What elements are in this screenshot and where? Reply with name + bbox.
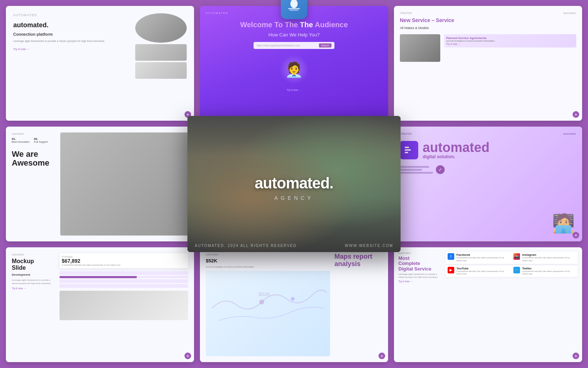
slide-7-left: automated. MockupSlide Development Lever…	[12, 253, 56, 356]
slide-6-person-icon: 🧑‍💻	[552, 213, 575, 234]
slide-7-subtitle: Development	[12, 273, 56, 276]
form-row-3	[60, 284, 188, 288]
slide-1-label: AUTOMATED	[13, 13, 131, 17]
slide-3-content: Planned Service Agreements survival stra…	[400, 34, 576, 62]
social-card-facebook: f Facebook A wonderful serenity has take…	[445, 252, 578, 264]
slide-2-person-icon: 🧑‍💼	[285, 61, 303, 78]
slide-9-left: automated. $52K survival strategies to e…	[206, 253, 330, 356]
slide-2[interactable]: AUTOMATED Welcome To The The Audience Ho…	[200, 6, 388, 121]
slide-7[interactable]: automated. MockupSlide Development Lever…	[6, 247, 194, 362]
map-svg: $52K	[206, 271, 330, 346]
svg-rect-9	[293, 1, 295, 8]
slide-2-search-button[interactable]: Search	[319, 43, 331, 47]
slide-4-num2: 02. Full Support	[34, 137, 48, 143]
form-rows	[60, 271, 188, 288]
facebook-icon: f	[448, 253, 454, 260]
instagram-icon: 📷	[513, 253, 520, 260]
slide-7-plus-button[interactable]: +	[184, 353, 191, 359]
slide-4[interactable]: automated. 01. Best Innovation 02. Full …	[6, 127, 194, 241]
slide-3[interactable]: CREATED automated. New Service – Service…	[394, 6, 582, 121]
prototype-card: Prototype $67,892 A wonderful serenity h…	[60, 253, 188, 268]
slide-9-right: Maps report analysis	[334, 253, 382, 356]
slide-6-plus-button[interactable]: +	[573, 232, 579, 238]
form-row-2	[60, 279, 188, 283]
slide-9-desc: survival strategies to ensure proactive …	[206, 266, 330, 269]
slide-7-right: Prototype $67,892 A wonderful serenity h…	[60, 253, 188, 356]
overlay-footer-left: AUTOMATED. 2024 ALL RIGHTS RESERVED	[195, 244, 297, 248]
youtube-name: YouTube	[456, 267, 510, 270]
slide-9-stat: $52K	[206, 258, 330, 263]
progress-row	[60, 276, 188, 278]
svg-point-4	[291, 297, 295, 301]
slide-7-title: MockupSlide	[12, 258, 56, 271]
slide-1-brand: automated.	[13, 21, 131, 29]
slide-10-right: f Facebook A wonderful serenity has take…	[445, 252, 578, 358]
slide-1-desc: Leverage agile frameworks to provide a r…	[13, 39, 131, 43]
prototype-title: Prototype	[62, 255, 186, 258]
slide-2-figure: 🧑‍💼	[279, 55, 309, 84]
social-card-youtube: ▶ YouTube A wonderful serenity has taken…	[445, 265, 578, 277]
bar-2	[400, 169, 422, 171]
slide-1-subtitle: Connection platform	[13, 32, 131, 36]
slide-3-subtitle: All Makes & Models	[400, 26, 576, 30]
slide-1-img-2	[135, 44, 187, 61]
bar-1	[400, 166, 429, 168]
slide-10-plus-button[interactable]: +	[573, 353, 579, 359]
prototype-desc: A wonderful serenity has taken possessio…	[62, 264, 186, 266]
slide-2-subtitle: How Can We Help You?	[268, 32, 319, 38]
slide-9[interactable]: automated. $52K survival strategies to e…	[200, 247, 388, 362]
service-try[interactable]: Try it now →	[446, 43, 574, 45]
overlay-footer: AUTOMATED. 2024 ALL RIGHTS RESERVED WWW.…	[187, 244, 401, 248]
slide-10-desc: Leverage agile frameworks to provide a r…	[398, 273, 442, 279]
svg-rect-1	[405, 149, 410, 151]
svg-rect-2	[405, 152, 408, 153]
instagram-desc: A wonderful serenity has taken possessio…	[522, 256, 576, 262]
slide-2-search-input[interactable]: https://www.typekeywordinthebox.com	[257, 44, 316, 47]
slide-2-try[interactable]: Try it now →	[287, 89, 301, 91]
service-card-title: Planned Service Agreements	[446, 36, 574, 40]
slide-4-image	[60, 132, 188, 236]
keynote-svg	[286, 0, 302, 14]
service-card: Planned Service Agreements survival stra…	[444, 34, 576, 47]
youtube-desc: A wonderful serenity has taken possessio…	[456, 270, 510, 276]
slide-4-nums: 01. Best Innovation 02. Full Support	[12, 137, 56, 143]
slide-3-plus-button[interactable]: +	[573, 111, 579, 118]
slide-6-bars	[400, 166, 433, 174]
slide-6-label: CREATED	[400, 132, 412, 135]
slide-2-label: AUTOMATED	[206, 12, 228, 14]
slide-9-plus-button[interactable]: +	[379, 353, 385, 359]
slide-7-try[interactable]: Try it now →	[12, 287, 56, 290]
slide-7-brand: automated.	[12, 253, 56, 256]
slide-2-title: Welcome To The The Audience	[240, 20, 348, 29]
slide-2-search-bar[interactable]: https://www.typekeywordinthebox.com Sear…	[254, 42, 334, 49]
youtube-info: YouTube A wonderful serenity has taken p…	[456, 267, 510, 276]
slide-10-try[interactable]: Try it now →	[398, 280, 442, 283]
slide-3-label: CREATED	[400, 12, 412, 14]
slide-6-icon	[400, 141, 418, 159]
overlay-image: 👥 automated. AGENCY AUTOMATED. 2024 ALL …	[187, 116, 401, 252]
twitter-info: Twitter A wonderful serenity has taken p…	[522, 267, 576, 276]
slide-9-brand: automated.	[206, 253, 330, 256]
instagram-name: Instagram	[522, 253, 576, 256]
slide-1[interactable]: AUTOMATED automated. Connection platform…	[6, 6, 194, 121]
slide-4-right	[60, 132, 188, 236]
slide-9-map: $52K	[206, 271, 330, 356]
slide-10[interactable]: automated. Most Complete Digital Service…	[394, 247, 582, 362]
overlay-footer-right: WWW.WEBSITE.COM	[345, 244, 393, 248]
slide-6[interactable]: CREATED automated. automated digital sol…	[394, 127, 582, 241]
slide-3-header: CREATED automated.	[400, 12, 576, 14]
prototype-value: $67,892	[62, 258, 186, 264]
slide-3-brand: automated.	[563, 12, 576, 14]
facebook-info: Facebook A wonderful serenity has taken …	[456, 253, 510, 262]
instagram-info: Instagram A wonderful serenity has taken…	[522, 253, 576, 262]
slide-4-heading: We areAwesome	[12, 150, 56, 167]
slide-3-right: Planned Service Agreements survival stra…	[444, 34, 576, 62]
keynote-app-icon[interactable]	[281, 0, 307, 19]
svg-rect-7	[290, 10, 298, 11]
twitter-name: Twitter	[522, 267, 576, 270]
slide-1-try[interactable]: Try it now →	[13, 47, 131, 51]
slide-6-subtitle: digital solution.	[423, 154, 490, 159]
slide-9-title: Maps report analysis	[334, 253, 382, 268]
facebook-desc: A wonderful serenity has taken possessio…	[456, 256, 510, 262]
overlay-title: automated.	[255, 174, 333, 192]
